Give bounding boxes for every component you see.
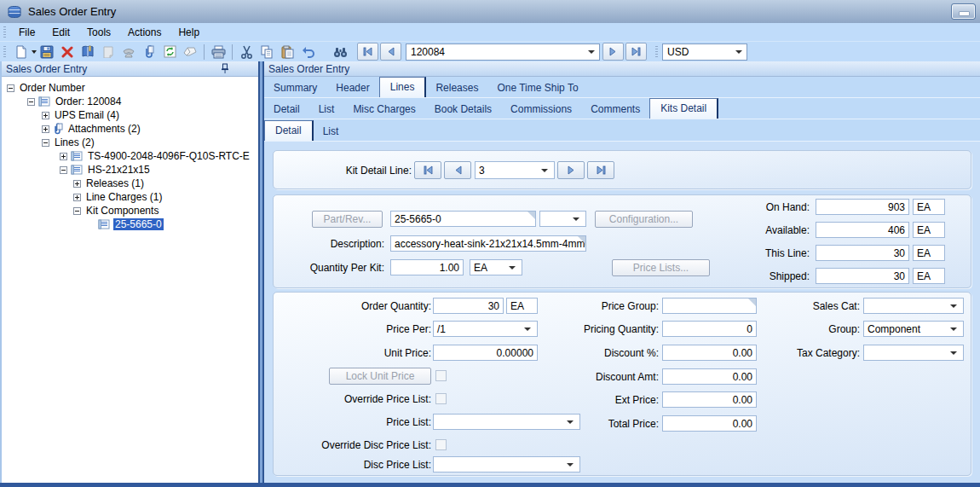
- tree-item-kit-component-selected[interactable]: 25-5665-0: [113, 218, 164, 230]
- tab-one-time-ship-to[interactable]: One Time Ship To: [487, 78, 587, 97]
- kit-previous-button[interactable]: [444, 161, 471, 179]
- menu-edit[interactable]: Edit: [43, 25, 78, 40]
- expand-icon[interactable]: [73, 194, 81, 201]
- order-quantity-label: Order Quantity:: [299, 298, 431, 314]
- sales-cat-combo[interactable]: [863, 298, 964, 314]
- tab-releases[interactable]: Releases: [426, 78, 487, 97]
- customer-tracker-button[interactable]: [78, 43, 98, 61]
- record-combo[interactable]: 120084: [406, 43, 600, 61]
- menu-tools[interactable]: Tools: [78, 25, 119, 40]
- configuration-button[interactable]: Configuration...: [595, 211, 693, 228]
- expand-icon[interactable]: [42, 112, 49, 119]
- menu-actions[interactable]: Actions: [119, 25, 170, 40]
- new-button[interactable]: [10, 43, 31, 61]
- collapse-icon[interactable]: [73, 207, 81, 215]
- price-lists-button[interactable]: Price Lists...: [612, 259, 710, 276]
- order-quantity-field[interactable]: 30: [433, 298, 504, 314]
- kit-next-button[interactable]: [557, 161, 585, 179]
- tree-item-order[interactable]: Order: 120084: [54, 96, 123, 107]
- previous-record-button[interactable]: [380, 43, 401, 61]
- tree-item-line-hs21[interactable]: HS-21x21x15: [86, 164, 152, 176]
- tree-item-lines[interactable]: Lines (2): [53, 136, 96, 148]
- last-record-icon: [631, 47, 641, 56]
- menu-grip[interactable]: [3, 26, 6, 38]
- kit-first-button[interactable]: [414, 161, 441, 179]
- currency-combo[interactable]: USD: [662, 43, 747, 61]
- next-record-button[interactable]: [602, 43, 624, 61]
- search-button[interactable]: [330, 43, 350, 61]
- collapse-icon[interactable]: [42, 139, 49, 147]
- refresh-icon: [164, 45, 176, 58]
- currency-grip[interactable]: [655, 46, 658, 58]
- price-group-field[interactable]: [662, 298, 757, 314]
- lock-unit-price-checkbox[interactable]: [435, 370, 447, 381]
- collapse-icon[interactable]: [60, 166, 67, 174]
- pin-icon[interactable]: [221, 63, 229, 74]
- save-button[interactable]: [37, 43, 57, 61]
- tab-comments[interactable]: Comments: [581, 100, 649, 119]
- next-record-icon: [609, 47, 617, 56]
- panel-splitter[interactable]: [258, 61, 264, 483]
- copy-button[interactable]: [257, 43, 277, 61]
- memo-button[interactable]: [98, 43, 118, 61]
- refresh-button[interactable]: [159, 43, 180, 61]
- undo-button[interactable]: [297, 43, 318, 61]
- delete-button[interactable]: [57, 43, 78, 61]
- tree-item-line-charges[interactable]: Line Charges (1): [84, 191, 164, 203]
- part-field[interactable]: 25-5665-0: [390, 211, 536, 227]
- pricing-quantity-field[interactable]: 0: [662, 321, 757, 337]
- attachment-button[interactable]: [139, 43, 159, 61]
- tab-kits-detail-list[interactable]: List: [314, 122, 349, 141]
- expand-icon[interactable]: [42, 125, 49, 133]
- phone-button[interactable]: [118, 43, 139, 61]
- last-record-button[interactable]: [625, 43, 647, 61]
- discount-pct-field[interactable]: 0.00: [662, 345, 757, 361]
- first-record-button[interactable]: [357, 43, 378, 61]
- tree-item-order-number[interactable]: Order Number: [18, 82, 87, 94]
- tab-lines-list[interactable]: List: [309, 100, 344, 119]
- expand-icon[interactable]: [73, 180, 81, 188]
- tab-kits-detail[interactable]: Kits Detail: [649, 98, 718, 119]
- quantity-per-kit-field[interactable]: 1.00: [390, 259, 464, 275]
- tab-commissions[interactable]: Commissions: [501, 100, 581, 119]
- tab-lines-detail[interactable]: Detail: [264, 100, 309, 119]
- tree-item-releases[interactable]: Releases (1): [84, 177, 146, 189]
- lock-unit-price-button[interactable]: Lock Unit Price: [329, 368, 431, 385]
- tab-kits-detail-detail[interactable]: Detail: [264, 120, 314, 141]
- expand-icon[interactable]: [60, 153, 67, 160]
- menu-file[interactable]: File: [10, 25, 43, 40]
- paste-button[interactable]: [277, 43, 297, 61]
- collapse-icon[interactable]: [27, 98, 35, 106]
- kit-last-button[interactable]: [587, 161, 614, 179]
- tab-book-details[interactable]: Book Details: [425, 100, 501, 119]
- menu-help[interactable]: Help: [170, 25, 208, 40]
- quantity-per-kit-uom-combo[interactable]: EA: [470, 259, 522, 275]
- cut-button[interactable]: [236, 43, 257, 61]
- override-price-list-checkbox[interactable]: [435, 393, 447, 404]
- disc-price-list-combo[interactable]: [433, 456, 580, 473]
- tree-item-ups-email[interactable]: UPS Email (4): [53, 109, 121, 121]
- print-button[interactable]: [208, 43, 228, 61]
- override-disc-price-list-checkbox[interactable]: [435, 439, 447, 450]
- tab-lines[interactable]: Lines: [379, 77, 427, 97]
- part-rev-button[interactable]: Part/Rev...: [312, 211, 383, 228]
- tab-header[interactable]: Header: [326, 78, 378, 97]
- minimize-button[interactable]: [952, 4, 975, 19]
- kit-line-combo[interactable]: 3: [475, 161, 555, 179]
- tab-misc-charges[interactable]: Misc Charges: [343, 100, 424, 119]
- toolbar-grip[interactable]: [3, 46, 6, 58]
- price-list-combo[interactable]: [433, 414, 580, 430]
- description-field[interactable]: accessory-heat-sink-21x21x14.5mm-4mmcl: [390, 235, 586, 252]
- collapse-icon[interactable]: [7, 84, 14, 92]
- tree-item-line-ts4900[interactable]: TS-4900-2048-4096F-Q10S-RTC-E: [86, 150, 251, 162]
- revision-combo[interactable]: [539, 211, 586, 227]
- tree-item-kit-components[interactable]: Kit Components: [84, 205, 160, 217]
- tab-summary[interactable]: Summary: [264, 78, 326, 97]
- clear-button[interactable]: [180, 43, 200, 61]
- price-per-combo[interactable]: /1: [433, 321, 538, 337]
- unit-price-field[interactable]: 0.00000: [433, 345, 538, 361]
- group-combo[interactable]: Component: [863, 321, 964, 337]
- discount-amt-field[interactable]: 0.00: [662, 368, 757, 385]
- tax-category-combo[interactable]: [863, 345, 964, 361]
- tree-item-attachments[interactable]: Attachments (2): [66, 123, 142, 135]
